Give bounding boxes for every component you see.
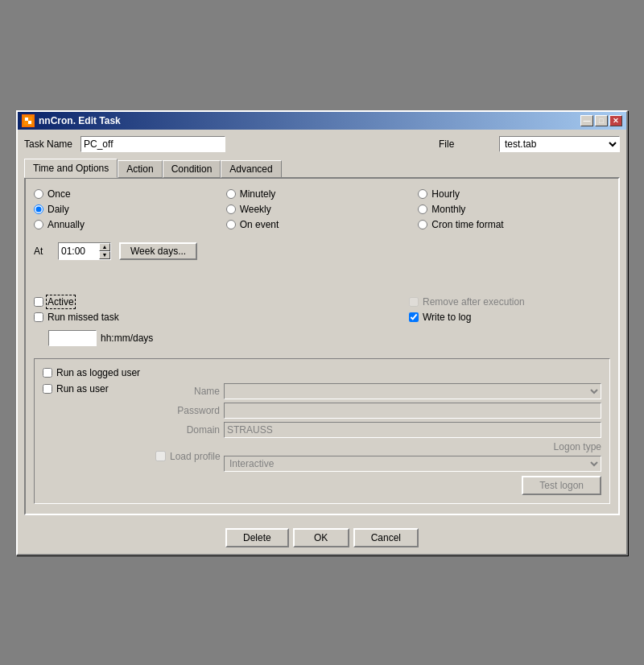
remove-after-checkbox[interactable] [409, 297, 419, 307]
run-missed-checkbox-item: Run missed task [34, 312, 153, 323]
options-section: Active Run missed task hh:mm/days Remove [34, 296, 610, 346]
radio-weekly-label: Weekly [240, 204, 271, 215]
radio-annually-label: Annually [47, 219, 85, 230]
radio-once-input[interactable] [34, 189, 43, 199]
logon-type-select-wrapper: Interactive [224, 456, 601, 472]
ok-button[interactable]: OK [293, 528, 349, 547]
logon-type-label: Logon type [224, 441, 601, 452]
title-bar-left: nnCron. Edit Task [22, 114, 121, 127]
delete-button[interactable]: Delete [225, 528, 289, 547]
load-profile-checkbox[interactable] [155, 451, 166, 461]
maximize-button[interactable]: □ [595, 115, 608, 126]
test-logon-button[interactable]: Test logon [522, 476, 601, 495]
user-form: Name Password Domain [155, 383, 601, 472]
radio-hourly: Hourly [418, 188, 610, 200]
radio-once-label: Once [47, 188, 71, 200]
svg-rect-2 [28, 121, 31, 124]
tab-time-and-options[interactable]: Time and Options [24, 159, 118, 178]
run-as-user-checkbox[interactable] [43, 384, 52, 394]
remove-after-label: Remove after execution [423, 296, 525, 308]
active-checkbox-item: Active [34, 296, 153, 308]
radio-minutely-label: Minutely [240, 188, 276, 200]
time-up-btn[interactable]: ▲ [99, 243, 110, 251]
radio-monthly-label: Monthly [431, 204, 465, 215]
week-days-button[interactable]: Week days... [119, 242, 197, 260]
domain-input[interactable] [224, 422, 601, 438]
write-to-log-checkbox-item: Write to log [409, 312, 610, 323]
hhmm-input[interactable] [48, 330, 97, 346]
logon-type-select[interactable]: Interactive [224, 456, 601, 472]
radio-weekly: Weekly [226, 204, 419, 215]
hhmm-label: hh:mm/days [101, 332, 153, 344]
run-missed-checkbox[interactable] [34, 312, 43, 322]
time-input[interactable] [59, 243, 99, 259]
radio-hourly-input[interactable] [418, 189, 427, 199]
user-group: Run as logged user Run as user Name [34, 358, 610, 504]
domain-label: Domain [155, 424, 220, 436]
close-button[interactable]: ✕ [609, 115, 622, 126]
schedule-radio-grid: Once Minutely Hourly Daily [34, 188, 610, 230]
tab-panel-time-options: Once Minutely Hourly Daily [24, 177, 620, 515]
write-to-log-checkbox[interactable] [409, 312, 419, 322]
svg-rect-1 [25, 118, 28, 121]
radio-on-event: On event [226, 219, 419, 230]
hhmm-row: hh:mm/days [48, 330, 153, 346]
bottom-buttons: Delete OK Cancel [18, 522, 626, 554]
radio-on-event-input[interactable] [226, 220, 236, 229]
run-as-logged-checkbox-item: Run as logged user [43, 367, 601, 378]
app-icon [22, 114, 35, 127]
radio-on-event-label: On event [240, 219, 279, 230]
window-body: Task Name File test.tab Time and Options… [18, 130, 626, 522]
minimize-button[interactable]: — [580, 115, 593, 126]
run-as-user-checkbox-item: Run as user [43, 383, 147, 394]
radio-minutely-input[interactable] [226, 189, 236, 199]
run-missed-label: Run missed task [47, 312, 119, 323]
radio-annually-input[interactable] [34, 220, 43, 229]
radio-daily: Daily [34, 204, 226, 215]
write-to-log-label: Write to log [423, 312, 471, 323]
logon-type-col: Logon type Interactive [224, 441, 601, 472]
radio-once: Once [34, 188, 226, 200]
load-profile-row: Load profile [155, 451, 220, 462]
title-buttons: — □ ✕ [580, 115, 622, 126]
file-select[interactable]: test.tab [499, 136, 620, 152]
time-down-btn[interactable]: ▼ [99, 251, 110, 259]
radio-cron-label: Cron time format [431, 219, 503, 230]
radio-daily-input[interactable] [34, 204, 43, 214]
task-name-label: Task Name [24, 138, 80, 150]
radio-daily-label: Daily [47, 204, 69, 215]
radio-weekly-input[interactable] [226, 204, 236, 214]
tab-condition[interactable]: Condition [163, 160, 221, 178]
password-input[interactable] [224, 403, 601, 419]
run-as-logged-checkbox[interactable] [43, 368, 52, 378]
name-select-wrapper [224, 383, 601, 399]
name-select[interactable] [224, 383, 601, 399]
file-select-wrapper: test.tab [499, 136, 620, 152]
header-row: Task Name File test.tab [24, 136, 620, 152]
at-row: At ▲ ▼ Week days... [34, 242, 610, 260]
options-right: Remove after execution Write to log [409, 296, 610, 323]
load-profile-label: Load profile [170, 451, 221, 462]
radio-annually: Annually [34, 219, 226, 230]
at-label: At [34, 246, 50, 257]
active-label: Active [47, 296, 74, 308]
cancel-button[interactable]: Cancel [353, 528, 419, 547]
run-as-user-label: Run as user [56, 383, 109, 394]
tabs: Time and Options Action Condition Advanc… [24, 159, 620, 178]
radio-cron-input[interactable] [418, 220, 427, 229]
radio-cron: Cron time format [418, 219, 610, 230]
file-label: File [439, 138, 495, 150]
radio-monthly-input[interactable] [418, 204, 427, 214]
user-form-section: Name Password Domain [155, 383, 601, 495]
tab-advanced[interactable]: Advanced [221, 160, 281, 178]
run-as-user-row: Run as user Name Password [43, 383, 601, 495]
title-bar: nnCron. Edit Task — □ ✕ [18, 112, 626, 130]
task-name-input[interactable] [80, 136, 225, 152]
options-left: Active Run missed task hh:mm/days [34, 296, 153, 346]
tab-action[interactable]: Action [118, 160, 162, 178]
radio-monthly: Monthly [418, 204, 610, 215]
time-input-wrapper: ▲ ▼ [58, 242, 111, 260]
active-checkbox[interactable] [34, 297, 43, 307]
radio-minutely: Minutely [226, 188, 419, 200]
remove-after-checkbox-item: Remove after execution [409, 296, 610, 308]
